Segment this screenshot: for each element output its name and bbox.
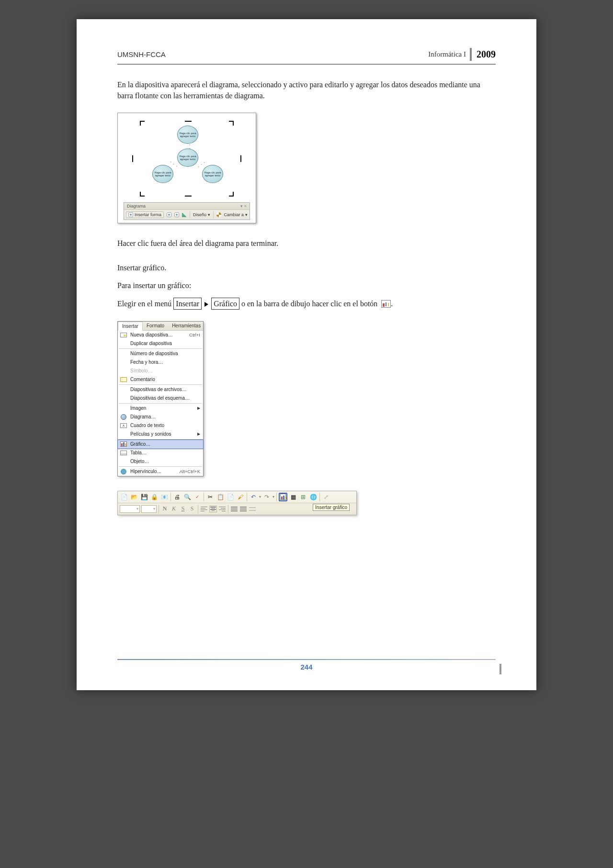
- bullet-list-icon[interactable]: [239, 506, 247, 512]
- instruction-line: Elegir en el menú Insertar Gráfico o en …: [117, 298, 496, 310]
- diagram-node[interactable]: Haga clic para agregar texto: [202, 165, 223, 183]
- separator: [159, 505, 159, 513]
- selection-corner-icon: [229, 192, 234, 197]
- size-dropdown[interactable]: ▾: [141, 505, 157, 513]
- toolbar-figure: 📄 📂 💾 🔒 📧 🖨 🔍 ✓ ✂ 📋 📄 🖌 ↶ ▾ ↷ ▾ ▦ ⊞ 🌐: [117, 491, 357, 515]
- decrease-indent-icon[interactable]: [249, 506, 256, 512]
- table-icon[interactable]: ▦: [289, 493, 297, 501]
- menu-item-numero[interactable]: Número de diapositiva: [118, 349, 203, 358]
- comment-icon: [120, 377, 127, 382]
- hyperlink-icon: [121, 469, 126, 475]
- change-dropdown[interactable]: Cambiar a ▾: [224, 212, 248, 217]
- toolbar-icon[interactable]: [167, 212, 171, 217]
- diagram-node[interactable]: Haga clic para agregar texto: [152, 165, 173, 183]
- arrow-icon: [204, 302, 208, 307]
- connector-line: • • •: [170, 161, 179, 168]
- diagram-icon: [121, 414, 126, 420]
- format-painter-icon[interactable]: 🖌: [236, 493, 245, 501]
- menu-tab-insertar[interactable]: Insertar: [118, 322, 143, 331]
- menu-item-objeto[interactable]: Objeto…: [118, 457, 203, 466]
- menu-item-archivos[interactable]: Diapositivas de archivos…: [118, 385, 203, 394]
- email-icon[interactable]: 📧: [160, 493, 169, 501]
- tooltip-insert-chart: Insertar gráfico: [313, 504, 350, 511]
- permission-icon[interactable]: 🔒: [150, 493, 159, 501]
- align-center-icon[interactable]: [209, 506, 217, 512]
- menu-item-cuadro-texto[interactable]: A Cuadro de texto: [118, 421, 203, 430]
- chart-button-icon: [381, 300, 391, 308]
- hyperlink-icon[interactable]: 🌐: [309, 493, 318, 501]
- underline-button[interactable]: S: [179, 505, 187, 513]
- gear-icon[interactable]: [216, 212, 221, 217]
- menu-item-comentario[interactable]: Comentario: [118, 375, 203, 384]
- menu-tab-herramientas[interactable]: Herramientas: [168, 322, 204, 330]
- page-footer: 244: [117, 659, 496, 671]
- toolbar-close-icon[interactable]: ▾ ×: [240, 204, 247, 208]
- open-icon[interactable]: 📂: [130, 493, 138, 501]
- menu-item-duplicar[interactable]: Duplicar diapositiva: [118, 339, 203, 348]
- copy-icon[interactable]: 📋: [216, 493, 225, 501]
- selection-handle-icon: [185, 121, 192, 122]
- move-icon[interactable]: [182, 212, 187, 217]
- selection-corner-icon: [140, 121, 145, 126]
- numbered-list-icon[interactable]: [230, 506, 238, 512]
- menu-item-nueva-diapositiva[interactable]: Nueva diapositiva… Ctrl+I: [118, 331, 203, 339]
- print-icon[interactable]: 🖨: [173, 493, 182, 501]
- table-icon: [120, 451, 127, 455]
- header-course: Informática I: [424, 48, 470, 61]
- preview-icon[interactable]: 🔍: [183, 493, 192, 501]
- font-dropdown[interactable]: ▾: [120, 505, 140, 513]
- diagram-figure: • • • • • • • • • Haga clic para agregar…: [117, 113, 256, 223]
- separator: [204, 493, 204, 501]
- dropdown-arrow-icon[interactable]: ▾: [272, 495, 274, 499]
- toolbar-title: Diagrama: [127, 204, 146, 208]
- insert-chart-button[interactable]: [279, 493, 287, 501]
- menu-item-grafico[interactable]: Gráfico…: [117, 440, 204, 449]
- paste-icon[interactable]: 📄: [226, 493, 235, 501]
- shape-icon: [128, 212, 133, 217]
- menu-tab-formato[interactable]: Formato: [143, 322, 168, 330]
- menu-item-tabla[interactable]: Tabla…: [118, 449, 203, 457]
- layout-dropdown[interactable]: Diseño ▾: [193, 212, 210, 217]
- menu-item-imagen[interactable]: Imagen ▶: [118, 404, 203, 413]
- separator: [276, 493, 277, 501]
- selection-corner-icon: [140, 192, 145, 197]
- menu-body: Nueva diapositiva… Ctrl+I Duplicar diapo…: [118, 331, 203, 476]
- diagram-node[interactable]: Haga clic para agregar texto: [177, 126, 198, 144]
- menu-separator: [119, 466, 202, 467]
- save-icon[interactable]: 💾: [140, 493, 148, 501]
- dropdown-arrow-icon[interactable]: ▾: [259, 495, 261, 499]
- insert-menu: Insertar Formato Herramientas Nueva diap…: [117, 321, 204, 476]
- formatting-toolbar: ▾ ▾ N K S S Insertar gráfico: [118, 503, 356, 515]
- submenu-arrow-icon: ▶: [197, 406, 200, 410]
- menu-item-esquema[interactable]: Diapositivas del esquema…: [118, 394, 203, 403]
- paragraph-howto: Para insertar un gráfico:: [117, 280, 496, 291]
- menu-item-fecha[interactable]: Fecha y hora…: [118, 358, 203, 367]
- align-right-icon[interactable]: [218, 506, 226, 512]
- standard-toolbar: 📄 📂 💾 🔒 📧 🖨 🔍 ✓ ✂ 📋 📄 🖌 ↶ ▾ ↷ ▾ ▦ ⊞ 🌐: [118, 491, 356, 503]
- shadow-button[interactable]: S: [188, 505, 196, 513]
- cut-icon[interactable]: ✂: [206, 493, 215, 501]
- diagram-node[interactable]: Haga clic para agregar texto: [177, 149, 198, 167]
- toolbar-icon[interactable]: [174, 212, 179, 217]
- menu-item-diagrama[interactable]: Diagrama…: [118, 413, 203, 421]
- redo-icon[interactable]: ↷: [262, 493, 271, 501]
- page-header: UMSNH-FCCA Informática I 2009: [117, 48, 496, 65]
- align-left-icon[interactable]: [200, 506, 208, 512]
- menu-item-peliculas[interactable]: Películas y sonidos ▶: [118, 430, 203, 439]
- menu-item-hipervinculo[interactable]: Hipervínculo… Alt+Ctrl+K: [118, 467, 203, 476]
- tables-borders-icon[interactable]: ⊞: [299, 493, 307, 501]
- header-year: 2009: [470, 48, 496, 61]
- spell-icon[interactable]: ✓: [193, 493, 202, 501]
- bold-button[interactable]: N: [161, 505, 169, 513]
- expand-icon[interactable]: ⤢: [322, 493, 330, 501]
- undo-icon[interactable]: ↶: [249, 493, 258, 501]
- page-number: 244: [117, 663, 496, 671]
- paragraph-intro: En la diapositiva aparecerá el diagrama,…: [117, 79, 496, 101]
- document-page: UMSNH-FCCA Informática I 2009 En la diap…: [77, 19, 536, 690]
- insert-shape-button[interactable]: Insertar forma: [126, 211, 164, 218]
- slide-icon: [120, 333, 127, 337]
- italic-button[interactable]: K: [170, 505, 178, 513]
- menu-separator: [119, 403, 202, 404]
- separator: [170, 493, 171, 501]
- new-file-icon[interactable]: 📄: [120, 493, 128, 501]
